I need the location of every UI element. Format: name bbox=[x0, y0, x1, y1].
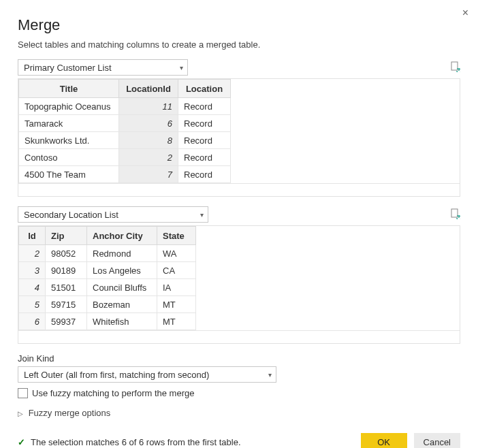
table-cell: 4 bbox=[19, 279, 46, 296]
table-cell: 4500 The Team bbox=[19, 166, 119, 183]
table-cell: 3 bbox=[19, 262, 46, 279]
table-cell: Whitefish bbox=[87, 313, 157, 330]
dialog-subtitle: Select tables and matching columns to cr… bbox=[18, 39, 460, 50]
fuzzy-options-expander[interactable]: ▷ Fuzzy merge options bbox=[18, 408, 460, 418]
table-cell: Los Angeles bbox=[87, 262, 157, 279]
table-cell: 6 bbox=[19, 313, 46, 330]
column-header[interactable]: Location bbox=[178, 80, 231, 98]
table-cell: Record bbox=[178, 115, 231, 132]
primary-preview-table[interactable]: TitleLocationIdLocationTopographic Ocean… bbox=[18, 79, 231, 183]
join-kind-label: Join Kind bbox=[18, 353, 460, 364]
column-header[interactable]: Anchor City bbox=[87, 227, 157, 245]
primary-table-dropdown[interactable]: Primary Customer List ▾ bbox=[18, 59, 188, 76]
dialog-title: Merge bbox=[18, 16, 460, 34]
table-cell: Record bbox=[178, 149, 231, 166]
table-row[interactable]: Contoso2Record bbox=[19, 149, 231, 166]
table-cell: 7 bbox=[119, 166, 178, 183]
table-row[interactable]: Topographic Oceanus11Record bbox=[19, 98, 231, 115]
secondary-table-selected: Secondary Location List bbox=[24, 210, 118, 220]
svg-rect-0 bbox=[451, 62, 458, 70]
table-cell: 6 bbox=[119, 115, 178, 132]
checkmark-icon: ✓ bbox=[18, 437, 25, 447]
table-row[interactable]: 298052RedmondWA bbox=[19, 245, 196, 262]
table-cell: 98052 bbox=[46, 245, 87, 262]
refresh-preview-icon[interactable] bbox=[449, 61, 460, 74]
column-header[interactable]: Id bbox=[19, 227, 46, 245]
table-cell: MT bbox=[157, 313, 196, 330]
table-row[interactable]: 451501Council BluffsIA bbox=[19, 279, 196, 296]
fuzzy-options-label: Fuzzy merge options bbox=[29, 408, 111, 418]
merge-dialog: Merge Select tables and matching columns… bbox=[0, 0, 478, 448]
table-cell: Topographic Oceanus bbox=[19, 98, 119, 115]
close-icon[interactable]: × bbox=[462, 7, 468, 19]
fuzzy-matching-checkbox[interactable] bbox=[18, 388, 28, 398]
chevron-down-icon: ▾ bbox=[268, 371, 272, 379]
table-cell: Record bbox=[178, 98, 231, 115]
table-cell: Record bbox=[178, 166, 231, 183]
table-cell: Contoso bbox=[19, 149, 119, 166]
chevron-down-icon: ▾ bbox=[200, 211, 204, 219]
column-header[interactable]: State bbox=[157, 227, 196, 245]
table-row[interactable]: 390189Los AngelesCA bbox=[19, 262, 196, 279]
refresh-preview-icon[interactable] bbox=[449, 208, 460, 221]
chevron-down-icon: ▾ bbox=[180, 64, 183, 71]
table-cell: 8 bbox=[119, 132, 178, 149]
primary-table-selected: Primary Customer List bbox=[24, 63, 112, 73]
table-cell: Redmond bbox=[87, 245, 157, 262]
fuzzy-matching-label: Use fuzzy matching to perform the merge bbox=[32, 388, 194, 398]
join-kind-selected: Left Outer (all from first, matching fro… bbox=[24, 370, 209, 380]
table-cell: 2 bbox=[119, 149, 178, 166]
table-row[interactable]: 559715BozemanMT bbox=[19, 296, 196, 313]
table-cell: Tamarack bbox=[19, 115, 119, 132]
join-kind-dropdown[interactable]: Left Outer (all from first, matching fro… bbox=[18, 366, 276, 383]
table-cell: Council Bluffs bbox=[87, 279, 157, 296]
table-cell: Bozeman bbox=[87, 296, 157, 313]
table-cell: 90189 bbox=[46, 262, 87, 279]
table-cell: 51501 bbox=[46, 279, 87, 296]
table-cell: 59715 bbox=[46, 296, 87, 313]
table-cell: Record bbox=[178, 132, 231, 149]
table-row[interactable]: 4500 The Team7Record bbox=[19, 166, 231, 183]
table-cell: CA bbox=[157, 262, 196, 279]
secondary-table-dropdown[interactable]: Secondary Location List ▾ bbox=[18, 206, 208, 223]
secondary-preview-table[interactable]: IdZipAnchor CityState298052RedmondWA3901… bbox=[18, 226, 196, 330]
table-cell: 2 bbox=[19, 245, 46, 262]
table-cell: WA bbox=[157, 245, 196, 262]
cancel-button[interactable]: Cancel bbox=[414, 433, 460, 448]
table-row[interactable]: 659937WhitefishMT bbox=[19, 313, 196, 330]
table-row[interactable]: Skunkworks Ltd.8Record bbox=[19, 132, 231, 149]
column-header[interactable]: Title bbox=[19, 80, 119, 98]
table-cell: MT bbox=[157, 296, 196, 313]
ok-button[interactable]: OK bbox=[361, 433, 407, 448]
table-cell: 5 bbox=[19, 296, 46, 313]
primary-table-preview: TitleLocationIdLocationTopographic Ocean… bbox=[18, 78, 460, 197]
secondary-table-preview: IdZipAnchor CityState298052RedmondWA3901… bbox=[18, 225, 460, 344]
table-cell: IA bbox=[157, 279, 196, 296]
table-cell: 59937 bbox=[46, 313, 87, 330]
status-message: The selection matches 6 of 6 rows from t… bbox=[31, 437, 241, 447]
table-cell: 11 bbox=[119, 98, 178, 115]
svg-rect-1 bbox=[451, 209, 458, 217]
chevron-right-icon: ▷ bbox=[18, 410, 23, 417]
column-header[interactable]: Zip bbox=[46, 227, 87, 245]
table-row[interactable]: Tamarack6Record bbox=[19, 115, 231, 132]
table-cell: Skunkworks Ltd. bbox=[19, 132, 119, 149]
column-header[interactable]: LocationId bbox=[119, 80, 178, 98]
